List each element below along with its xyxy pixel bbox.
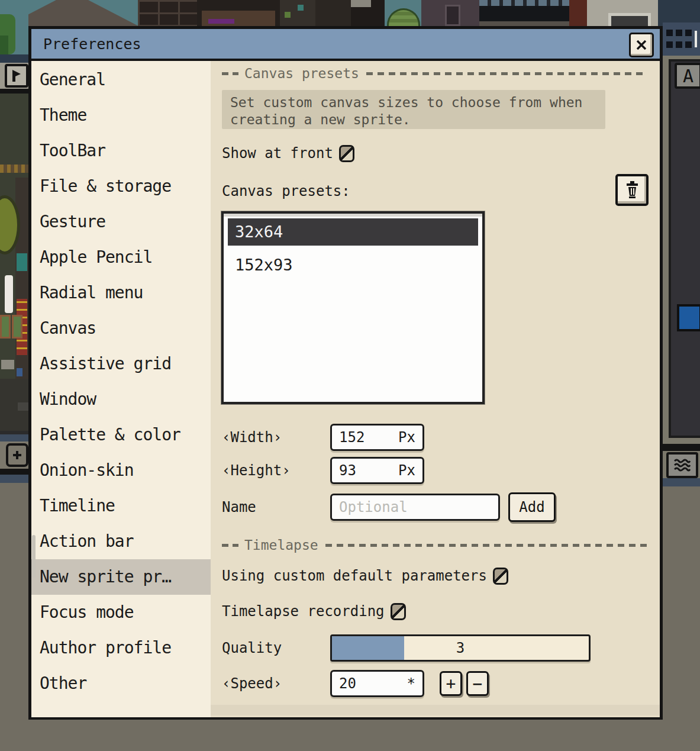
bg-shop-front — [202, 11, 275, 26]
speed-increase-button[interactable]: + — [440, 671, 462, 696]
bg-window-row — [479, 0, 569, 6]
dash-line — [325, 544, 647, 547]
bg-neon-glow — [208, 19, 234, 24]
dialog-titlebar[interactable]: Preferences — [31, 29, 660, 61]
height-unit: Px — [398, 462, 415, 479]
height-input[interactable]: 93 Px — [330, 457, 424, 484]
sidebar-item-apple-pencil[interactable]: Apple Pencil — [31, 240, 211, 275]
speed-value: 20 — [339, 675, 356, 692]
bg-black-strip-right — [663, 444, 700, 451]
speed-decrease-button[interactable]: − — [466, 671, 489, 696]
quality-value: 3 — [332, 636, 589, 660]
height-stepper-label[interactable]: ‹Height› — [222, 462, 330, 479]
section-header-timelapse: Timelapse — [222, 537, 647, 553]
canvas-presets-label: Canvas presets: — [222, 183, 350, 199]
delete-preset-button[interactable] — [615, 174, 649, 206]
preset-list-item[interactable]: 152x93 — [228, 252, 478, 279]
bg-street-patch — [18, 402, 28, 411]
sidebar-item-palette-color[interactable]: Palette & color — [31, 417, 211, 453]
width-stepper-label[interactable]: ‹Width› — [222, 429, 330, 446]
speed-stepper-label[interactable]: ‹Speed› — [222, 675, 330, 692]
speed-input[interactable]: 20 * — [330, 670, 424, 697]
sidebar-item-focus-mode[interactable]: Focus mode — [31, 595, 211, 630]
recording-label: Timelapse recording — [222, 603, 385, 620]
sidebar-item-toolbar[interactable]: ToolBar — [31, 133, 211, 169]
bg-stall — [315, 0, 351, 26]
sidebar-item-other[interactable]: Other — [31, 666, 211, 701]
bg-sill — [479, 21, 569, 26]
sidebar-scrollbar-thumb[interactable] — [32, 535, 36, 578]
speed-suffix: * — [407, 675, 415, 692]
sidebar-item-theme[interactable]: Theme — [31, 98, 211, 133]
dash-line — [222, 544, 238, 547]
bg-navy-strip-2 — [0, 434, 28, 441]
bg-crate — [1, 360, 14, 369]
plus-icon — [12, 450, 22, 460]
dialog-title: Preferences — [43, 36, 141, 53]
sidebar-item-action-bar[interactable]: Action bar — [31, 524, 211, 559]
color-swatch-blue[interactable] — [677, 304, 700, 331]
canvas-presets-label-row: Canvas presets: — [222, 181, 350, 201]
quality-row: Quality 3 — [222, 634, 591, 662]
bg-grid-building — [138, 0, 197, 26]
bg-navy-strip-right — [663, 478, 700, 486]
close-button[interactable] — [629, 33, 654, 57]
section-header-canvas-presets: Canvas presets — [222, 66, 647, 81]
canvas-presets-list[interactable]: 32x64 152x93 — [221, 211, 485, 404]
dash-line — [222, 72, 238, 75]
grid-dots-icon — [666, 27, 697, 51]
custom-params-label: Using custom default parameters — [222, 568, 487, 584]
recording-checkbox[interactable] — [391, 603, 406, 620]
add-tool-button[interactable] — [6, 443, 28, 467]
name-input[interactable] — [330, 494, 500, 521]
sidebar-item-timeline[interactable]: Timeline — [31, 488, 211, 524]
bg-navy-top-right — [663, 0, 700, 22]
bg-red-pillar — [569, 0, 587, 26]
bg-shelf-item-teal — [298, 5, 304, 11]
sidebar-item-assistive-grid[interactable]: Assistive grid — [31, 346, 211, 382]
bg-blue-bin — [17, 368, 22, 376]
bg-teal-sign — [17, 253, 27, 271]
sidebar-item-onion-skin[interactable]: Onion-skin — [31, 453, 211, 488]
sidebar-item-window[interactable]: Window — [31, 382, 211, 417]
add-preset-button[interactable]: Add — [508, 492, 556, 522]
bg-right-inner — [669, 59, 700, 438]
play-button[interactable] — [5, 64, 28, 88]
bg-shelf-item-green — [285, 12, 291, 18]
bg-window-frame — [608, 13, 651, 26]
sidebar-item-gesture[interactable]: Gesture — [31, 204, 211, 240]
bg-framed-sign-2 — [12, 315, 22, 339]
bg-palm-dark — [0, 36, 8, 54]
show-at-front-checkbox[interactable] — [339, 145, 354, 162]
sidebar-item-radial-menu[interactable]: Radial menu — [31, 275, 211, 311]
dialog-body: General Theme ToolBar File & storage Ges… — [31, 61, 660, 717]
background-scene-top — [0, 0, 700, 26]
bg-door — [445, 5, 460, 26]
letter-a-button[interactable]: A — [675, 63, 700, 89]
width-input[interactable]: 152 Px — [330, 424, 424, 451]
play-icon — [11, 69, 22, 82]
sidebar-item-author-profile[interactable]: Author profile — [31, 630, 211, 666]
sidebar-item-general[interactable]: General — [31, 62, 211, 98]
trash-icon — [624, 181, 640, 199]
bg-black-strip-3 — [0, 469, 28, 475]
show-at-front-row: Show at front — [222, 143, 354, 163]
preferences-dialog: Preferences General Theme ToolBar File &… — [28, 26, 663, 720]
name-label: Name — [222, 499, 330, 515]
quality-label: Quality — [222, 640, 330, 656]
screen: A Preferences — [0, 0, 700, 751]
speed-row: ‹Speed› 20 * + − — [222, 670, 489, 697]
width-unit: Px — [398, 429, 415, 446]
bg-lantern — [5, 275, 13, 313]
quality-slider[interactable]: 3 — [330, 634, 591, 662]
sidebar-item-file-storage[interactable]: File & storage — [31, 169, 211, 204]
sidebar-item-new-sprite-presets[interactable]: New sprite pr… — [31, 559, 211, 595]
section-title: Canvas presets — [244, 66, 359, 81]
bg-framed-sign-1 — [0, 315, 11, 339]
sidebar-item-canvas[interactable]: Canvas — [31, 311, 211, 346]
custom-params-row: Using custom default parameters — [222, 566, 508, 586]
preset-list-item[interactable]: 32x64 — [228, 218, 478, 246]
custom-params-checkbox[interactable] — [493, 568, 508, 585]
waves-button[interactable] — [666, 452, 698, 478]
background-scene-left — [0, 0, 28, 751]
